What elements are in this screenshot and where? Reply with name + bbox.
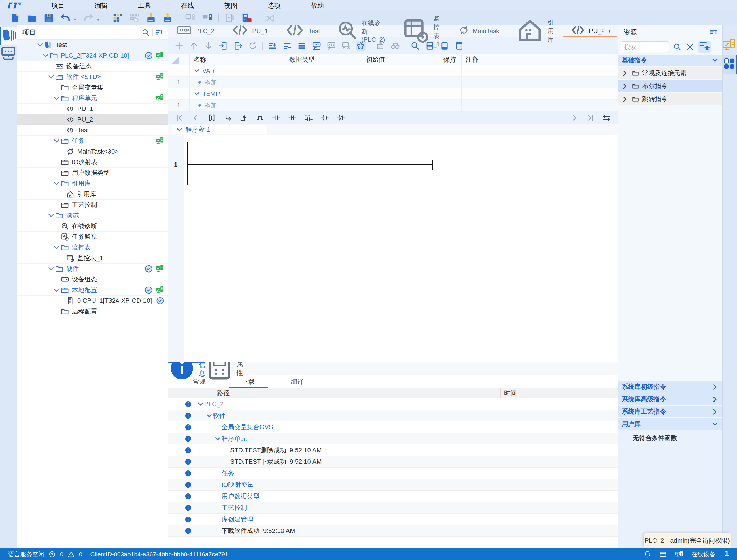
col-path[interactable]: 路径 [213,388,500,398]
chevron-down-icon[interactable] [194,67,200,75]
tree-item-user-types[interactable]: 用户数据类型 [17,168,168,178]
cell-datatype[interactable] [285,77,362,88]
move-down-icon[interactable] [204,41,213,51]
tree-item-remote-config[interactable]: 远程配置 [17,306,168,317]
cell-datatype[interactable] [285,88,362,100]
section-system-lib-advanced[interactable]: 系统库高级指令 [618,393,722,405]
online-device-icon[interactable] [675,550,683,558]
message-row[interactable]: PLC_2 [168,398,618,410]
tree-item-device-config2[interactable]: 设备组态 [17,274,168,285]
col-comment[interactable]: 注释 [461,54,618,65]
next-icon[interactable] [570,113,579,122]
tree-item-plc2[interactable]: PLC_2[T324-XP-CD-10] [17,50,168,61]
col-retain[interactable]: 保持 [439,54,461,65]
refresh-icon[interactable] [248,41,258,51]
cell-datatype[interactable] [285,100,362,111]
search-icon[interactable] [141,28,150,37]
compile-all-icon[interactable] [129,13,140,24]
chevron-down-icon[interactable] [214,435,222,442]
chevron-down-icon[interactable] [47,212,55,220]
compare-icon[interactable] [264,13,275,24]
chevron-down-icon[interactable] [205,412,213,419]
var-row-group[interactable]: VAR [168,65,618,77]
redo-dropdown-icon[interactable] [96,16,100,20]
pane-top-icon[interactable] [454,41,464,51]
activity-project-view[interactable] [0,27,17,45]
notifications-icon[interactable] [644,550,651,558]
compile-icon[interactable] [112,13,123,24]
var-row-add[interactable]: 1 添加 [168,77,618,88]
add-variable-cell[interactable]: 添加 [189,100,285,111]
tree-item-pu1[interactable]: PU_1 [17,104,168,114]
tab-online-diag[interactable]: 在线诊断(PLC_2) [328,25,393,37]
cell-retain[interactable] [439,100,461,111]
download-to-device-icon[interactable] [145,13,156,24]
col-datatype[interactable]: 数据类型 [285,54,362,65]
tree-item-ref-lib-folder[interactable]: 引用库 [17,178,168,189]
insert-block-icon[interactable] [207,113,216,122]
corner-cell[interactable] [168,54,189,65]
tree-item-io-map[interactable]: IO映射表 [17,157,168,168]
export-icon[interactable] [233,41,243,51]
go-first-icon[interactable] [175,113,184,122]
strip-resource-grid[interactable] [723,55,737,74]
cell-initvalue[interactable] [362,100,439,111]
chevron-down-icon[interactable] [53,244,61,251]
tree-item-device-config[interactable]: 设备组态 [17,61,168,72]
menu-tools[interactable]: 工具 [123,1,166,10]
error-count-icon[interactable] [48,550,56,558]
open-folder-icon[interactable] [27,13,37,24]
move-up-icon[interactable] [189,41,199,51]
branch-icon[interactable] [223,113,233,122]
tree-item-debug[interactable]: 调试 [17,210,168,221]
tab-pu1[interactable]: PU_1 [223,25,276,37]
message-text[interactable]: 软件 [213,411,226,420]
cell-initvalue[interactable] [362,77,439,88]
section-user-library[interactable]: 用户库 [618,418,722,430]
tree-item-pu2[interactable]: PU_2 [17,114,168,125]
chevron-right-icon[interactable] [621,82,629,90]
cell-retain[interactable] [439,77,461,88]
save-icon[interactable] [43,13,54,24]
resource-item-boolean[interactable]: 布尔指令 [618,80,722,92]
chevron-down-icon[interactable] [53,180,61,188]
temp-group-cell[interactable]: TEMP [189,88,285,100]
tree-item-tasks[interactable]: 任务 [17,136,168,146]
message-text[interactable]: 程序单元 [222,434,247,443]
chevron-right-icon[interactable] [621,95,629,103]
message-text[interactable]: 工艺控制 [222,504,247,512]
tree-item-task-monitor[interactable]: 任务监视 [17,232,168,242]
subtab-download[interactable]: 下载 [224,375,273,388]
search-input[interactable] [621,41,669,52]
contact-not-icon[interactable]: NOT [304,113,313,122]
var-row-group[interactable]: TEMP [168,88,618,100]
tab-pu2[interactable]: PU_2 [562,25,618,37]
tree-item-test-pu[interactable]: Test [17,125,168,136]
new-file-icon[interactable] [10,13,21,24]
comment-icon[interactable] [312,41,322,51]
tree-item-process-control[interactable]: 工艺控制 [17,200,168,210]
section-basic-instructions[interactable]: 基础指令 [618,55,722,66]
message-text[interactable]: 全局变量集合GVS [222,423,273,432]
tree-item-watch1[interactable]: 监控表_1 [17,253,168,264]
chevron-down-icon[interactable] [53,137,61,145]
resource-item-general[interactable]: 常规及连接元素 [618,67,722,79]
col-name[interactable]: 名称 [189,54,285,65]
tree-item-watch-folder[interactable]: 监控表 [17,242,168,253]
menu-help[interactable]: 帮助 [296,1,339,10]
section-system-lib-basic[interactable]: 系统库初级指令 [618,381,722,393]
message-row[interactable]: 任务 [168,468,618,479]
undo-icon[interactable] [60,13,71,24]
tab-plc2[interactable]: PLC_2 [168,25,223,37]
cell-retain[interactable] [439,65,461,77]
add-row-icon[interactable] [174,41,184,51]
message-row[interactable]: 软件 [168,410,618,421]
sort-filter-icon[interactable] [155,28,164,37]
tree-item-local-config[interactable]: 本地配置 [17,285,168,296]
var-group-cell[interactable]: VAR [189,65,285,77]
tab-info[interactable]: 信息 [168,362,205,375]
message-text[interactable]: IO映射变量 [222,480,254,489]
swap-view-icon[interactable] [602,113,611,122]
cell-initvalue[interactable] [362,65,439,77]
cell-comment[interactable] [461,77,618,88]
